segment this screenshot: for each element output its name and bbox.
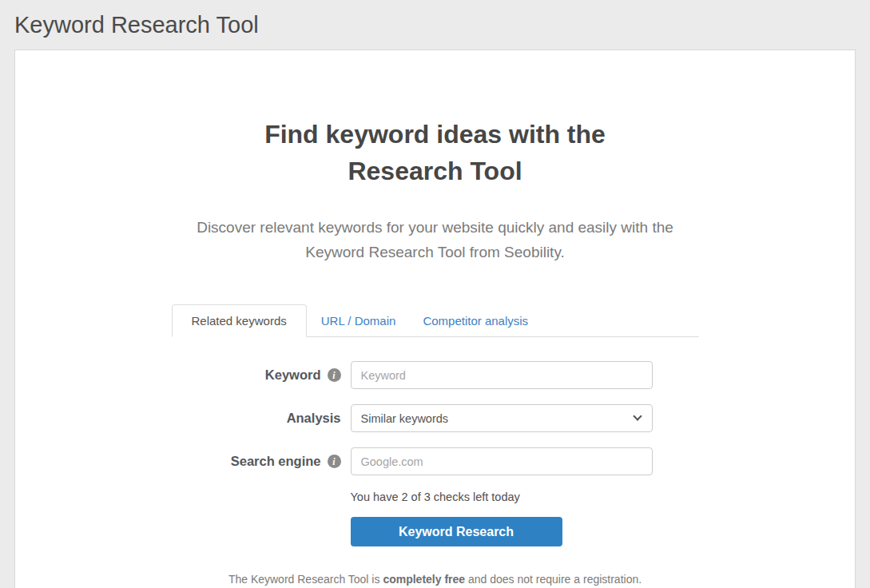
page-title: Keyword Research Tool xyxy=(14,12,856,38)
page-header: Keyword Research Tool xyxy=(0,0,870,50)
search-engine-label: Search engine xyxy=(231,454,321,469)
analysis-label: Analysis xyxy=(287,411,341,426)
footnote: The Keyword Research Tool is completely … xyxy=(172,573,699,586)
keyword-input[interactable] xyxy=(351,361,653,389)
tab-bar: Related keywords URL / Domain Competitor… xyxy=(172,304,699,337)
tab-url-domain[interactable]: URL / Domain xyxy=(308,305,409,336)
tab-related-keywords[interactable]: Related keywords xyxy=(172,304,307,337)
keyword-row: Keyword i xyxy=(172,361,699,389)
hero-heading: Find keyword ideas with the Research Too… xyxy=(217,116,653,190)
search-engine-label-cell: Search engine i xyxy=(172,454,341,469)
analysis-select[interactable]: Similar keywords xyxy=(351,404,653,432)
tab-competitor-analysis[interactable]: Competitor analysis xyxy=(410,305,541,336)
hero-subheading: Discover relevant keywords for your webs… xyxy=(172,216,699,265)
checks-left-text: You have 2 of 3 checks left today xyxy=(351,491,699,503)
footnote-text-after: and does not require a registration. xyxy=(465,573,642,586)
keyword-label: Keyword xyxy=(265,368,321,383)
search-engine-row: Search engine i xyxy=(172,447,699,475)
main-card: Find keyword ideas with the Research Too… xyxy=(14,50,856,588)
analysis-select-wrap: Similar keywords xyxy=(351,404,653,432)
content-container: Find keyword ideas with the Research Too… xyxy=(172,50,699,586)
keyword-label-cell: Keyword i xyxy=(172,368,341,383)
footnote-text-bold: completely free xyxy=(383,573,465,586)
info-circle-icon[interactable]: i xyxy=(328,455,341,468)
info-circle-icon[interactable]: i xyxy=(328,368,341,382)
analysis-label-cell: Analysis xyxy=(172,411,341,426)
keyword-research-button[interactable]: Keyword Research xyxy=(351,517,562,546)
analysis-row: Analysis Similar keywords xyxy=(172,404,699,432)
keyword-research-form: Keyword i Analysis Similar keywords xyxy=(172,361,699,546)
search-engine-input[interactable] xyxy=(351,447,653,475)
footnote-text-before: The Keyword Research Tool is xyxy=(228,573,383,586)
